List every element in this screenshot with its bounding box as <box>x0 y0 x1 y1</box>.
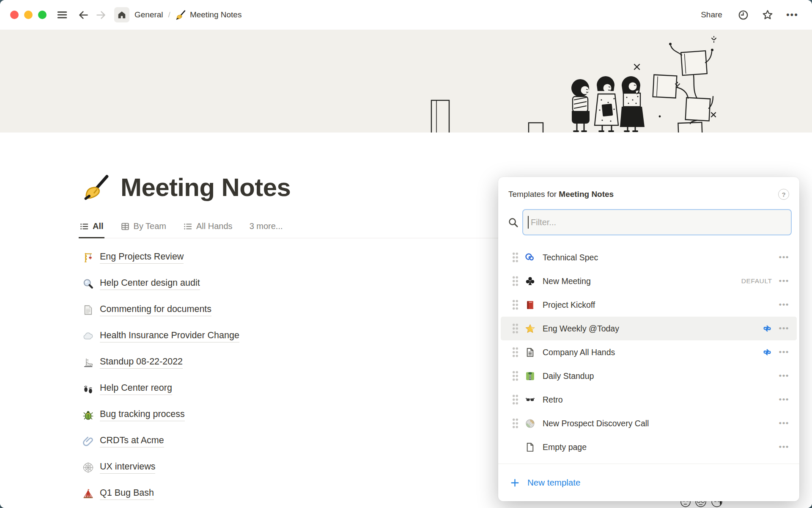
circus-tent-icon <box>82 488 94 500</box>
template-row-daily-standup[interactable]: Daily Standup ••• <box>501 364 797 388</box>
drag-handle-icon[interactable] <box>512 347 518 357</box>
tab-more[interactable]: 3 more... <box>249 221 284 238</box>
cd-icon <box>525 418 535 429</box>
tab-all-hands[interactable]: All Hands <box>182 221 233 238</box>
drag-handle-icon[interactable] <box>512 300 518 310</box>
template-list: Technical Spec ••• New Meeting DEFAULT••… <box>498 246 799 459</box>
breadcrumb: General / Meeting Notes <box>134 10 241 20</box>
drag-handle-icon[interactable] <box>512 323 518 334</box>
menu-icon[interactable] <box>56 8 69 21</box>
cyclone-icon <box>525 252 535 263</box>
footprints-icon <box>82 383 94 395</box>
tab-by-team[interactable]: By Team <box>120 221 167 238</box>
notion-window: General / Meeting Notes Share ••• <box>0 0 812 508</box>
drag-handle-icon[interactable] <box>512 418 518 428</box>
template-row-new-meeting[interactable]: New Meeting DEFAULT••• <box>501 269 797 293</box>
template-row-new-prospect-discovery-call[interactable]: New Prospect Discovery Call ••• <box>501 411 797 435</box>
templates-popup: Templates for Meeting Notes ? Technical … <box>498 177 799 501</box>
table-view-icon <box>121 222 130 231</box>
forward-arrow-icon[interactable] <box>95 9 107 21</box>
sunglasses-icon <box>525 395 535 405</box>
breadcrumb-page[interactable]: Meeting Notes <box>176 10 242 20</box>
repeat-icon <box>762 323 772 334</box>
page-text-icon <box>525 347 535 358</box>
share-button[interactable]: Share <box>698 10 725 20</box>
cover-illustration <box>423 30 719 133</box>
topbar: General / Meeting Notes Share ••• <box>0 0 812 30</box>
magnifier-icon <box>82 278 94 290</box>
spider-web-icon <box>82 462 94 473</box>
template-row-eng-weekly[interactable]: Eng Weekly @Today ••• <box>501 317 797 340</box>
help-icon[interactable]: ? <box>778 189 789 200</box>
new-template-button[interactable]: New template <box>498 464 799 501</box>
home-icon[interactable] <box>114 7 129 22</box>
page-blank-icon <box>525 442 535 453</box>
back-arrow-icon[interactable] <box>78 9 89 21</box>
document-icon <box>82 304 94 316</box>
template-row-project-kickoff[interactable]: Project Kickoff ••• <box>501 293 797 317</box>
tab-all[interactable]: All <box>79 221 104 238</box>
cloud-icon <box>82 331 94 342</box>
drag-handle-icon[interactable] <box>512 395 518 405</box>
clock-icon[interactable] <box>738 9 749 21</box>
minimize-window-button[interactable] <box>24 11 33 19</box>
red-book-icon <box>525 300 535 310</box>
close-window-button[interactable] <box>10 11 19 19</box>
template-row-company-all-hands[interactable]: Company All Hands ••• <box>501 340 797 364</box>
popup-title: Templates for Meeting Notes <box>508 190 614 199</box>
list-view-icon <box>80 222 89 231</box>
zoom-window-button[interactable] <box>38 11 47 19</box>
breadcrumb-space[interactable]: General <box>134 10 163 19</box>
filter-input[interactable] <box>522 209 792 235</box>
crane-icon <box>82 252 94 263</box>
drag-handle-icon[interactable] <box>512 252 518 262</box>
template-row-retro[interactable]: Retro ••• <box>501 388 797 411</box>
star-outline-icon[interactable] <box>762 9 774 21</box>
traffic-lights <box>10 11 47 19</box>
breadcrumb-separator: / <box>168 10 170 19</box>
default-badge: DEFAULT <box>741 277 772 285</box>
repeat-icon <box>762 347 772 357</box>
star-icon <box>525 323 535 334</box>
search-icon <box>508 217 519 228</box>
beetle-icon <box>82 409 94 421</box>
page-cover[interactable] <box>0 30 812 133</box>
writing-hand-icon <box>176 10 186 20</box>
plus-icon <box>510 478 520 488</box>
club-icon <box>525 276 535 287</box>
page-title[interactable]: Meeting Notes <box>121 173 291 202</box>
list-view-icon <box>183 222 192 231</box>
text-caret <box>528 216 529 229</box>
drag-handle-icon[interactable] <box>512 276 518 286</box>
template-row-technical-spec[interactable]: Technical Spec ••• <box>501 246 797 269</box>
ice-skate-icon <box>82 357 94 368</box>
writing-hand-icon <box>82 174 110 202</box>
paperclip-icon <box>82 436 94 447</box>
template-row-empty-page[interactable]: Empty page ••• <box>501 435 797 459</box>
drag-handle-icon[interactable] <box>512 371 518 381</box>
motorway-icon <box>525 371 535 381</box>
